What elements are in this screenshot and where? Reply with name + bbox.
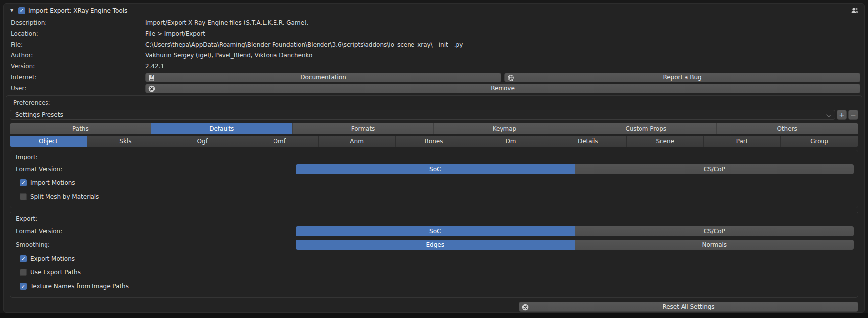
documentation-button-label: Documentation (300, 74, 346, 81)
location-row: Location: File > Import/Export (4, 28, 864, 39)
svg-text:?: ? (151, 75, 153, 79)
checkmark-icon: ✓ (21, 256, 25, 262)
settings-presets-value: Settings Presets (15, 111, 63, 118)
author-row: Author: Vakhurin Sergey (igel), Pavel_Bl… (4, 50, 864, 61)
tab-paths[interactable]: Paths (10, 123, 151, 134)
addon-enable-checkbox[interactable]: ✓ (18, 7, 25, 14)
texture-names-checkbox[interactable]: ✓ (20, 283, 27, 290)
remove-button-label: Remove (491, 85, 515, 92)
remove-preset-button[interactable]: − (848, 110, 858, 120)
use-export-paths-checkbox[interactable] (20, 269, 27, 276)
version-value: 2.42.1 (145, 63, 164, 70)
export-motions-checkbox[interactable]: ✓ (20, 255, 27, 262)
import-motions-row: ✓ Import Motions (15, 176, 854, 190)
status-bar-edge (0, 313, 868, 318)
help-manual-icon: ? (148, 74, 155, 81)
version-label: Version: (11, 63, 145, 70)
cancel-x-icon (522, 304, 529, 311)
remove-addon-button[interactable]: Remove (145, 84, 860, 93)
import-format-version-toggle: SoC CS/CoP (296, 164, 854, 174)
import-section-label: Import: (16, 154, 38, 160)
file-path-value: C:\Users\thepa\AppData\Roaming\Blender F… (145, 41, 463, 48)
file-row: File: C:\Users\thepa\AppData\Roaming\Ble… (4, 39, 864, 50)
reset-row: Reset All Settings (10, 300, 858, 313)
description-label: Description: (11, 19, 145, 26)
import-format-version-label: Format Version: (15, 166, 296, 173)
addon-header: ▼ ✓ Import-Export: XRay Engine Tools (4, 4, 864, 17)
description-row: Description: Import/Export X-Ray Engine … (4, 17, 864, 28)
import-motions-checkbox[interactable]: ✓ (20, 179, 27, 186)
use-export-paths-row: Use Export Paths (15, 265, 854, 279)
checkmark-icon: ✓ (21, 284, 25, 289)
report-a-bug-button-label: Report a Bug (663, 74, 701, 81)
tab-omf[interactable]: Omf (241, 136, 319, 147)
import-motions-label: Import Motions (30, 179, 75, 186)
export-format-soc-option[interactable]: SoC (296, 226, 575, 236)
tab-defaults[interactable]: Defaults (151, 123, 293, 134)
cancel-x-icon (148, 85, 155, 92)
internet-label: Internet: (11, 74, 145, 81)
settings-presets-row: Settings Presets + − (10, 108, 858, 121)
settings-presets-dropdown[interactable]: Settings Presets (10, 110, 835, 120)
user-label: User: (11, 85, 145, 92)
tab-custom-props[interactable]: Custom Props (575, 123, 717, 134)
tab-keymap[interactable]: Keymap (434, 123, 575, 134)
add-preset-button[interactable]: + (837, 110, 847, 120)
tab-others[interactable]: Others (717, 123, 858, 134)
tab-skls[interactable]: Skls (87, 136, 164, 147)
export-section-label: Export: (16, 215, 37, 222)
smoothing-row: Smoothing: Edges Normals (15, 238, 854, 252)
expand-triangle-icon[interactable]: ▼ (10, 8, 18, 13)
texture-names-label: Texture Names from Image Paths (30, 283, 129, 290)
texture-names-row: ✓ Texture Names from Image Paths (15, 279, 854, 293)
tab-scene[interactable]: Scene (627, 136, 704, 147)
smoothing-edges-option[interactable]: Edges (296, 240, 575, 250)
report-a-bug-button[interactable]: Report a Bug (504, 73, 860, 82)
tab-ogf[interactable]: Ogf (164, 136, 241, 147)
use-export-paths-label: Use Export Paths (30, 269, 81, 276)
split-mesh-row: Split Mesh by Materials (15, 190, 854, 204)
export-format-cscop-option[interactable]: CS/CoP (575, 226, 854, 236)
import-format-soc-option[interactable]: SoC (296, 164, 575, 174)
smoothing-normals-option[interactable]: Normals (575, 240, 854, 250)
import-box: Import: Format Version: SoC CS/CoP ✓ Imp… (10, 150, 858, 208)
format-tab-row: Object Skls Ogf Omf Anm Bones Dm Details… (10, 136, 858, 147)
tab-details[interactable]: Details (549, 136, 627, 147)
tab-group[interactable]: Group (781, 136, 858, 147)
tab-object[interactable]: Object (10, 136, 87, 147)
user-row: User: Remove (4, 83, 864, 94)
export-format-version-toggle: SoC CS/CoP (296, 226, 854, 236)
split-mesh-checkbox[interactable] (20, 193, 27, 200)
community-support-icon (851, 7, 859, 15)
tab-dm[interactable]: Dm (472, 136, 549, 147)
smoothing-toggle: Edges Normals (296, 240, 854, 250)
preferences-box: Preferences: Settings Presets + − Paths … (6, 95, 862, 317)
description-value: Import/Export X-Ray Engine files (S.T.A.… (145, 19, 309, 26)
split-mesh-label: Split Mesh by Materials (30, 193, 99, 200)
export-format-version-row: Format Version: SoC CS/CoP (15, 225, 854, 238)
import-format-cscop-option[interactable]: CS/CoP (575, 164, 854, 174)
file-label: File: (11, 41, 145, 48)
version-row: Version: 2.42.1 (4, 61, 864, 72)
author-value: Vakhurin Sergey (igel), Pavel_Blend, Vik… (145, 52, 312, 59)
tab-anm[interactable]: Anm (319, 136, 396, 147)
tab-formats[interactable]: Formats (293, 123, 434, 134)
author-label: Author: (11, 52, 145, 59)
reset-all-settings-button[interactable]: Reset All Settings (519, 302, 858, 312)
documentation-button[interactable]: ? Documentation (145, 73, 501, 82)
tab-part[interactable]: Part (704, 136, 781, 147)
tab-bones[interactable]: Bones (396, 136, 473, 147)
main-tab-row: Paths Defaults Formats Keymap Custom Pro… (10, 123, 858, 134)
location-value: File > Import/Export (145, 30, 205, 37)
export-format-version-label: Format Version: (15, 228, 296, 235)
addon-title: Import-Export: XRay Engine Tools (28, 7, 127, 14)
import-format-version-row: Format Version: SoC CS/CoP (15, 163, 854, 176)
location-label: Location: (11, 30, 145, 37)
checkmark-icon: ✓ (19, 8, 24, 13)
globe-url-icon (507, 74, 514, 81)
chevron-down-icon (826, 113, 831, 117)
reset-all-settings-label: Reset All Settings (662, 303, 714, 310)
smoothing-label: Smoothing: (15, 241, 296, 248)
export-motions-label: Export Motions (30, 255, 75, 262)
addon-panel: ▼ ✓ Import-Export: XRay Engine Tools Des… (3, 3, 865, 313)
